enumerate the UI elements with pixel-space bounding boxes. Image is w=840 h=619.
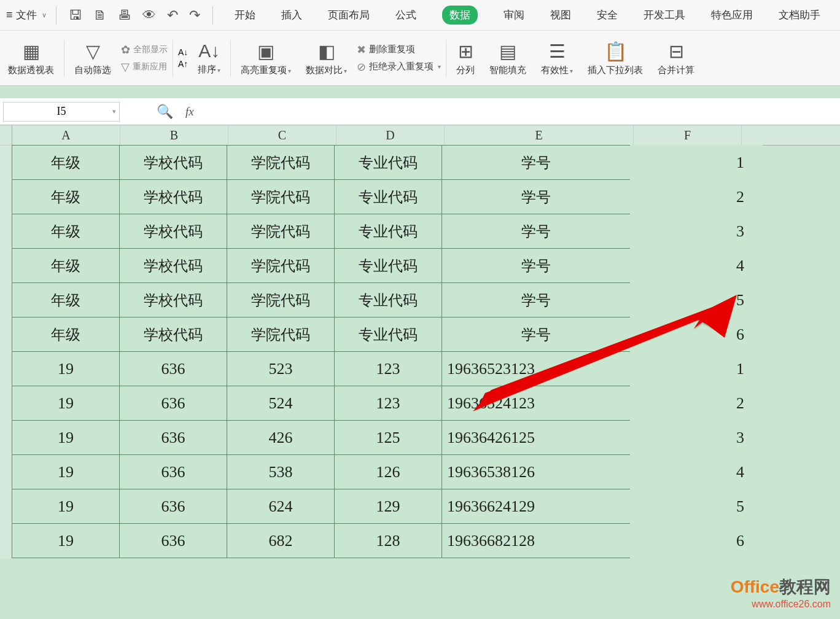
tab-formula[interactable]: 公式 xyxy=(395,8,416,22)
tab-insert[interactable]: 插入 xyxy=(281,8,302,22)
magnify-icon[interactable]: 🔍 xyxy=(157,104,173,120)
smartfill-button[interactable]: ▤ 智能填充 xyxy=(484,31,531,85)
col-header-e[interactable]: E xyxy=(445,125,634,145)
validation-button[interactable]: ☰ 有效性▾ xyxy=(536,31,578,85)
cell[interactable]: 专业代码 xyxy=(334,317,442,352)
cell[interactable]: 专业代码 xyxy=(334,282,442,317)
cell[interactable]: 学院代码 xyxy=(227,145,335,180)
cell[interactable]: 19 xyxy=(12,351,120,386)
cell[interactable]: 学校代码 xyxy=(119,317,227,352)
formula-input[interactable] xyxy=(194,103,840,121)
cell[interactable]: 636 xyxy=(119,420,227,455)
col-header-c[interactable]: C xyxy=(228,125,336,145)
reject-dup-button[interactable]: ⊘拒绝录入重复项▾ xyxy=(357,60,441,74)
pivot-button[interactable]: ▦ 数据透视表 xyxy=(3,31,59,85)
undo-icon[interactable]: ↶ xyxy=(167,7,178,23)
tab-data[interactable]: 数据 xyxy=(442,6,478,25)
cell[interactable]: 学号 xyxy=(441,282,631,317)
cell[interactable]: 学校代码 xyxy=(119,282,227,317)
cell[interactable]: 年级 xyxy=(12,317,120,352)
split-button[interactable]: ⊞ 分列 xyxy=(451,31,480,85)
cell[interactable]: 6 xyxy=(630,317,763,352)
consolidate-button[interactable]: ⊟ 合并计算 xyxy=(653,31,699,85)
cell[interactable]: 5 xyxy=(630,282,763,317)
cell[interactable]: 学院代码 xyxy=(227,282,335,317)
tab-dochelp[interactable]: 文档助手 xyxy=(779,8,820,22)
col-header-d[interactable]: D xyxy=(336,125,445,145)
cell[interactable]: 524 xyxy=(227,386,335,421)
cell[interactable]: 19 xyxy=(12,489,120,524)
cell[interactable]: 学号 xyxy=(441,179,631,214)
sort-asc-button[interactable]: A↓ xyxy=(178,47,188,57)
fx-label[interactable]: fx xyxy=(185,105,194,119)
save-as-icon[interactable]: 🗎 xyxy=(93,7,107,23)
cell[interactable]: 学校代码 xyxy=(119,179,227,214)
cell[interactable]: 4 xyxy=(630,454,763,489)
cell[interactable]: 学校代码 xyxy=(119,248,227,283)
compare-button[interactable]: ◧ 数据对比▾ xyxy=(301,31,352,85)
cell[interactable]: 126 xyxy=(334,454,442,489)
cell[interactable]: 426 xyxy=(227,420,335,455)
redo-icon[interactable]: ↷ xyxy=(189,7,200,23)
show-all-button[interactable]: ✿全部显示 xyxy=(121,43,168,56)
cell[interactable]: 年级 xyxy=(12,282,120,317)
cell[interactable]: 682 xyxy=(227,523,335,558)
cell[interactable]: 636 xyxy=(119,523,227,558)
cell[interactable]: 19636538126 xyxy=(441,454,631,489)
col-header-a[interactable]: A xyxy=(12,125,120,145)
tab-view[interactable]: 视图 xyxy=(550,8,571,22)
tab-security[interactable]: 安全 xyxy=(597,8,618,22)
cell[interactable]: 专业代码 xyxy=(334,145,442,180)
cell[interactable]: 学校代码 xyxy=(119,214,227,249)
cell[interactable]: 学院代码 xyxy=(227,248,335,283)
cell[interactable]: 636 xyxy=(119,454,227,489)
highlight-dup-button[interactable]: ▣ 高亮重复项▾ xyxy=(236,31,296,85)
cell[interactable]: 3 xyxy=(630,214,763,249)
cell[interactable]: 624 xyxy=(227,489,335,524)
cell[interactable]: 学号 xyxy=(441,214,631,249)
cell[interactable]: 2 xyxy=(630,179,763,214)
cell[interactable]: 523 xyxy=(227,351,335,386)
print-preview-icon[interactable]: 👁 xyxy=(142,7,156,23)
cell[interactable]: 538 xyxy=(227,454,335,489)
cell[interactable]: 学院代码 xyxy=(227,317,335,352)
file-menu[interactable]: ≡ 文件 ∨ xyxy=(0,8,53,22)
cell[interactable]: 19636426125 xyxy=(441,420,631,455)
print-icon[interactable]: 🖶 xyxy=(118,7,131,23)
cell[interactable]: 年级 xyxy=(12,248,120,283)
dropdown-button[interactable]: 📋 插入下拉列表 xyxy=(583,31,648,85)
select-all-corner[interactable] xyxy=(0,125,12,146)
tab-review[interactable]: 审阅 xyxy=(504,8,524,22)
col-header-f[interactable]: F xyxy=(634,125,742,145)
cell[interactable]: 1 xyxy=(630,145,763,180)
cell[interactable]: 5 xyxy=(630,489,763,524)
cell[interactable]: 19 xyxy=(12,386,120,421)
cell[interactable]: 636 xyxy=(119,386,227,421)
cell[interactable]: 4 xyxy=(630,248,763,283)
cell[interactable]: 636 xyxy=(119,489,227,524)
cell[interactable]: 123 xyxy=(334,386,442,421)
sort-button[interactable]: A↓ 排序▾ xyxy=(193,31,225,85)
reapply-button[interactable]: ▽重新应用 xyxy=(121,60,168,74)
cell[interactable]: 19636682128 xyxy=(441,523,631,558)
cell[interactable]: 学校代码 xyxy=(119,145,227,180)
cell[interactable]: 1 xyxy=(630,351,763,386)
cell[interactable]: 19 xyxy=(12,420,120,455)
cell[interactable]: 125 xyxy=(334,420,442,455)
cell[interactable]: 专业代码 xyxy=(334,214,442,249)
cell[interactable]: 专业代码 xyxy=(334,248,442,283)
cell[interactable]: 128 xyxy=(334,523,442,558)
cell[interactable]: 6 xyxy=(630,523,763,558)
cell[interactable]: 129 xyxy=(334,489,442,524)
cell[interactable]: 年级 xyxy=(12,214,120,249)
cell[interactable]: 2 xyxy=(630,386,763,421)
col-header-b[interactable]: B xyxy=(120,125,228,145)
cell[interactable]: 学号 xyxy=(441,248,631,283)
tab-special[interactable]: 特色应用 xyxy=(711,8,753,22)
sort-desc-button[interactable]: A↑ xyxy=(178,59,188,69)
name-box[interactable]: I5 ▾ xyxy=(3,102,120,122)
cell[interactable]: 19636523123 xyxy=(441,351,631,386)
cell[interactable]: 636 xyxy=(119,351,227,386)
cell[interactable]: 年级 xyxy=(12,179,120,214)
cell[interactable]: 学号 xyxy=(441,145,631,180)
